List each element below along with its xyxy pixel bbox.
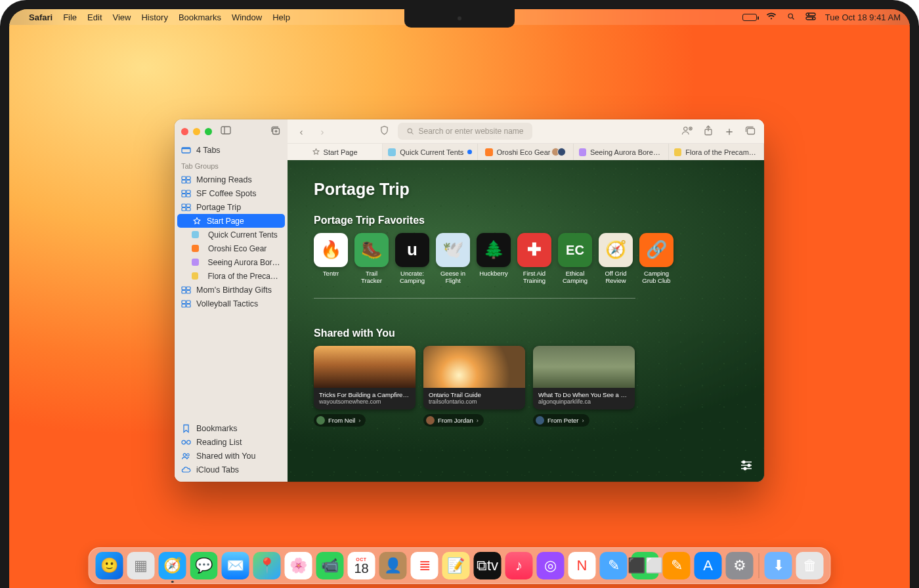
menu-history[interactable]: History <box>141 12 167 22</box>
collaborate-icon[interactable] <box>680 125 695 137</box>
favorite-item[interactable]: 🕊️Geese in Flight <box>436 233 470 285</box>
dock-facetime[interactable]: 📹 <box>316 552 344 579</box>
spotlight-icon[interactable] <box>786 12 796 22</box>
menubar-clock[interactable]: Tue Oct 18 9:41 AM <box>825 12 901 22</box>
svg-rect-19 <box>182 194 186 197</box>
tab-group-sf-coffee-spots[interactable]: SF Coffee Spots <box>175 186 288 200</box>
tab-group-item[interactable]: Quick Current Tents <box>175 228 288 242</box>
dock-calendar[interactable]: OCT18 <box>348 552 375 579</box>
shared-from-pill[interactable]: From Peter› <box>533 414 589 427</box>
tab-group-item[interactable]: Oroshi Eco Gear <box>175 242 288 255</box>
svg-rect-32 <box>186 304 190 307</box>
address-bar[interactable]: Search or enter website name <box>398 123 532 140</box>
dock-launchpad[interactable]: ▦ <box>127 552 155 579</box>
customize-start-page-icon[interactable] <box>739 458 754 472</box>
favorite-item[interactable]: 🥾Trail Tracker <box>354 233 389 285</box>
dock-safari[interactable]: 🧭 <box>159 552 186 579</box>
sidebar-bottom-label: Reading List <box>196 438 242 447</box>
tab-group-label: Volleyball Tactics <box>196 299 258 308</box>
favorite-item[interactable]: 🧭Off Grid Review <box>599 233 633 285</box>
share-icon[interactable] <box>701 125 716 138</box>
wifi-icon[interactable] <box>766 12 777 22</box>
dock-reminders[interactable]: ≣ <box>411 552 438 579</box>
sidebar-reading-list[interactable]: Reading List <box>175 435 288 449</box>
dock-mail[interactable]: ✉️ <box>222 552 249 579</box>
dock-podcasts[interactable]: ◎ <box>537 552 565 579</box>
sidebar-toggle-icon[interactable] <box>221 126 231 136</box>
tab[interactable]: Start Page <box>288 144 383 160</box>
dock-settings[interactable]: ⚙︎ <box>726 552 754 579</box>
dock-notes[interactable]: 📝 <box>442 552 470 579</box>
sidebar-icloud-tabs[interactable]: iCloud Tabs <box>175 463 288 476</box>
shared-card[interactable]: Tricks For Building a Campfire—F…wayouts… <box>314 346 416 410</box>
traffic-minimize[interactable] <box>193 128 200 135</box>
dock-messages[interactable]: 💬 <box>190 552 218 579</box>
safari-main: ‹ › Search or enter website name <box>288 119 764 482</box>
shared-title: Tricks For Building a Campfire—F… <box>319 391 410 398</box>
menu-file[interactable]: File <box>63 12 77 22</box>
dock-news[interactable]: N <box>568 552 596 579</box>
svg-rect-18 <box>186 190 190 194</box>
sidebar-tabs-count[interactable]: 4 Tabs <box>175 143 288 157</box>
tab-group-item[interactable]: Seeing Aurora Bore… <box>175 255 288 269</box>
tab-group-volleyball-tactics[interactable]: Volleyball Tactics <box>175 297 288 310</box>
favorite-label: Huckberry <box>477 270 511 278</box>
tab-overview-icon[interactable] <box>743 126 758 137</box>
dock-finder[interactable]: 🙂 <box>96 552 123 579</box>
menu-view[interactable]: View <box>113 12 131 22</box>
tab-group-item[interactable]: Flora of the Precam… <box>175 269 288 283</box>
new-tab-group-icon[interactable] <box>270 126 281 137</box>
favorite-item[interactable]: 🔥Tentrr <box>314 233 348 285</box>
tab-group-icon <box>181 286 191 294</box>
back-button[interactable]: ‹ <box>294 126 309 137</box>
dock-tv[interactable]: ⧉tv <box>474 552 502 579</box>
dock-numbers[interactable]: ⬛⬜ <box>631 552 659 579</box>
traffic-close[interactable] <box>181 128 188 135</box>
new-tab-button[interactable]: ＋ <box>722 123 737 139</box>
favorite-item[interactable]: ECEthical Camping <box>558 233 592 285</box>
favorite-item[interactable]: 🔗Camping Grub Club <box>639 233 673 285</box>
shared-from-pill[interactable]: From Jordan› <box>423 414 484 427</box>
sidebar-bottom-label: Bookmarks <box>196 424 238 433</box>
menu-window[interactable]: Window <box>232 12 262 22</box>
shared-card[interactable]: What To Do When You See a Moo…algonquinp… <box>533 346 635 410</box>
menu-help[interactable]: Help <box>272 12 290 22</box>
forward-button[interactable]: › <box>315 126 330 137</box>
tab[interactable]: Seeing Aurora Boreali… <box>574 144 669 160</box>
dock-trash[interactable]: 🗑 <box>796 552 824 579</box>
favorite-item[interactable]: ✚First Aid Training <box>517 233 551 285</box>
shared-card[interactable]: Ontario Trail Guidetrailsofontario.com <box>423 346 525 410</box>
dock-music[interactable]: ♪ <box>505 552 533 579</box>
favorite-item[interactable]: 🌲Huckberry <box>477 233 511 285</box>
app-menu[interactable]: Safari <box>29 12 53 22</box>
dock-contacts[interactable]: 👤 <box>379 552 407 579</box>
battery-icon[interactable] <box>742 14 757 21</box>
tab-group-portage-trip[interactable]: Portage Trip <box>175 200 288 214</box>
tab-group-morning-reads[interactable]: Morning Reads <box>175 173 288 186</box>
favorite-item[interactable]: uUncrate: Camping <box>395 233 429 285</box>
dock-photos[interactable]: 🌸 <box>285 552 312 579</box>
favorite-tile: 🧭 <box>599 233 633 267</box>
sidebar-shared-with-you[interactable]: Shared with You <box>175 449 288 463</box>
dock-pages[interactable]: ✎ <box>663 552 691 579</box>
tab[interactable]: Flora of the Precambi… <box>669 144 764 160</box>
dock-downloads[interactable]: ⬇︎ <box>765 552 792 579</box>
favorite-tile: 🔗 <box>639 233 673 267</box>
control-center-icon[interactable] <box>805 12 816 22</box>
shared-item-col: Tricks For Building a Campfire—F…wayouts… <box>314 346 416 427</box>
tab-group-item[interactable]: Start Page <box>177 214 285 228</box>
menu-edit[interactable]: Edit <box>87 12 102 22</box>
svg-rect-21 <box>182 204 186 207</box>
privacy-report-icon[interactable] <box>377 125 391 137</box>
traffic-zoom[interactable] <box>205 128 212 135</box>
tab[interactable]: Quick Current Tents <box>383 144 478 160</box>
sidebar-bookmarks[interactable]: Bookmarks <box>175 421 288 435</box>
shared-from-pill[interactable]: From Neil› <box>314 414 366 427</box>
dock-freeform[interactable]: ✎ <box>600 552 628 579</box>
favorite-tile: 🕊️ <box>436 233 470 267</box>
dock-appstore[interactable]: A <box>695 552 722 579</box>
tab-group-mom-s-birthday-gifts[interactable]: Mom's Birthday Gifts <box>175 283 288 297</box>
menu-bookmarks[interactable]: Bookmarks <box>179 12 221 22</box>
dock-maps[interactable]: 📍 <box>253 552 281 579</box>
tab[interactable]: Oroshi Eco Gear <box>478 144 573 160</box>
